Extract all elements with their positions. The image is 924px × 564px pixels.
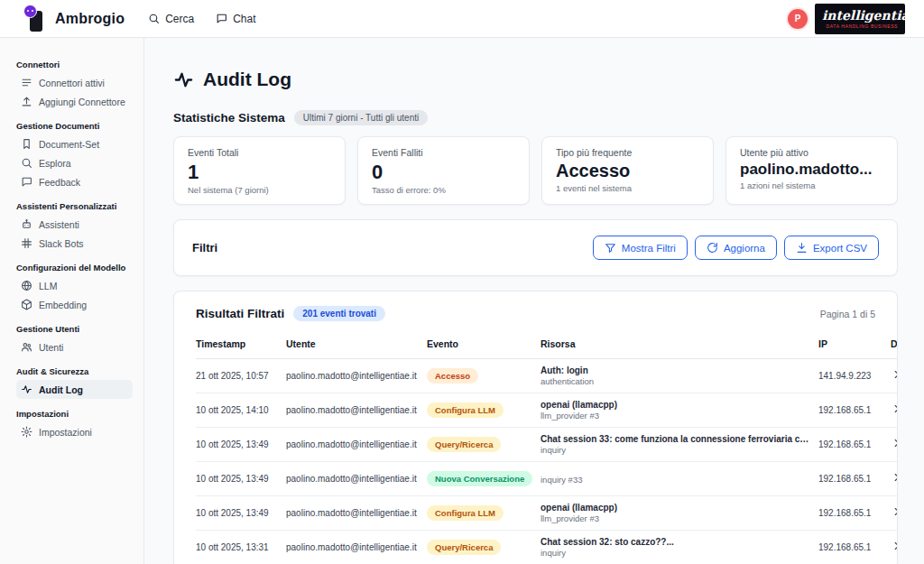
table-row: 10 ott 2025, 13:49 paolino.madotto@intel… [196, 496, 897, 531]
audit-table: Timestamp Utente Evento Risorsa IP Detta… [174, 333, 897, 564]
cell-utente: paolino.madotto@intelligentiae.it [286, 393, 427, 428]
sidebar-item-label: Audit Log [39, 384, 83, 395]
cell-dettagli [891, 531, 897, 564]
sidebar-item-connettori-attivi[interactable]: Connettori attivi [16, 73, 133, 92]
nav-chat[interactable]: Chat [216, 13, 255, 25]
sidebar-item-label: Embedding [39, 300, 87, 310]
stat-card-eventi-falliti: Eventi Falliti 0 Tasso di errore: 0% [357, 136, 530, 205]
cell-timestamp: 10 ott 2025, 13:49 [196, 462, 286, 496]
cell-ip: 192.168.65.1 [818, 393, 891, 428]
export-csv-button[interactable]: Export CSV [784, 236, 879, 260]
col-utente: Utente [286, 333, 427, 359]
cell-ip: 192.168.65.1 [818, 428, 891, 462]
stat-label: Tipo più frequente [556, 147, 699, 158]
sidebar-item-feedback[interactable]: Feedback [16, 172, 133, 191]
top-nav: Cerca Chat [148, 13, 255, 25]
expand-row-button[interactable] [891, 437, 897, 452]
event-badge: Query/Ricerca [427, 540, 501, 555]
cell-dettagli [891, 359, 897, 393]
chat-icon [216, 13, 227, 24]
stat-label: Eventi Falliti [372, 147, 515, 158]
results-heading: Risultati Filtrati [196, 307, 284, 320]
refresh-icon [707, 242, 718, 254]
button-label: Mostra Filtri [622, 243, 676, 254]
activity-icon [173, 69, 194, 90]
users-icon [21, 341, 32, 353]
results-count-badge: 201 eventi trovati [293, 306, 385, 321]
resource-subtitle: llm_provider #3 [541, 513, 811, 523]
show-filters-button[interactable]: Mostra Filtri [593, 236, 688, 260]
search-icon [148, 13, 160, 24]
cell-utente: paolino.madotto@intelligentiae.it [286, 428, 427, 462]
cell-risorsa: openai (llamacpp) llm_provider #3 [541, 393, 818, 428]
robot-icon [21, 218, 32, 230]
sidebar-section-impostazioni: Impostazioni [16, 409, 133, 419]
chevron-right-icon [891, 437, 897, 449]
chevron-right-icon [891, 471, 897, 484]
sidebar-section-gestione-documenti: Gestione Documenti [16, 121, 133, 131]
resource-subtitle: inquiry [541, 445, 811, 455]
cell-risorsa: Auth: login authentication [541, 359, 818, 393]
stat-label: Utente più attivo [740, 147, 883, 158]
refresh-button[interactable]: Aggiorna [695, 236, 777, 260]
stat-value: paolino.madotto... [740, 161, 883, 179]
sidebar-item-label: Feedback [39, 177, 80, 188]
button-label: Aggiorna [724, 243, 765, 254]
sidebar-item-impostazioni[interactable]: Impostazioni [16, 422, 133, 441]
expand-row-button[interactable] [891, 402, 897, 418]
sidebar-item-embedding[interactable]: Embedding [16, 295, 133, 314]
expand-row-button[interactable] [891, 471, 897, 486]
nav-chat-label: Chat [233, 13, 255, 25]
cell-evento: Query/Ricerca [427, 531, 541, 564]
activity-icon [21, 384, 32, 395]
table-row: 10 ott 2025, 13:31 paolino.madotto@intel… [196, 531, 897, 564]
slack-icon [21, 237, 32, 249]
stat-sub: 1 azioni nel sistema [740, 180, 883, 190]
sidebar-item-label: Assistenti [39, 219, 79, 230]
cell-utente: paolino.madotto@intelligentiae.it [286, 496, 427, 531]
cell-timestamp: 10 ott 2025, 13:49 [196, 496, 286, 531]
cell-evento: Configura LLM [427, 496, 541, 531]
event-badge: Nuova Conversazione [427, 471, 532, 486]
expand-row-button[interactable] [891, 505, 897, 521]
stat-sub: 1 eventi nel sistema [556, 183, 699, 193]
cell-evento: Nuova Conversazione [427, 462, 541, 496]
cell-utente: paolino.madotto@intelligentiae.it [286, 359, 427, 393]
resource-title: Auth: login [541, 365, 811, 375]
sidebar-item-audit-log[interactable]: Audit Log [16, 380, 133, 399]
sidebar-item-utenti[interactable]: Utenti [16, 337, 133, 356]
event-badge: Accesso [427, 368, 478, 384]
resource-title: openai (llamacpp) [541, 400, 811, 410]
expand-row-button[interactable] [891, 540, 897, 555]
cell-utente: paolino.madotto@intelligentiae.it [286, 462, 427, 496]
gear-icon [21, 426, 32, 438]
intelligentiae-logo: intelligentiae data handling business [815, 4, 905, 34]
chevron-right-icon [891, 505, 897, 518]
nav-search[interactable]: Cerca [148, 13, 194, 25]
sidebar-item-document-set[interactable]: Document-Set [16, 134, 133, 153]
sidebar: Connettori Connettori attivi Aggiungi Co… [0, 38, 144, 564]
button-label: Export CSV [813, 243, 867, 254]
list-icon [21, 77, 32, 88]
sidebar-item-slack-bots[interactable]: Slack Bots [16, 234, 133, 253]
cell-ip: 192.168.65.1 [818, 496, 891, 531]
user-avatar[interactable]: P [788, 9, 808, 29]
nav-search-label: Cerca [165, 13, 194, 25]
resource-title: openai (llamacpp) [541, 503, 811, 513]
sidebar-item-aggiungi-connettore[interactable]: Aggiungi Connettore [16, 92, 133, 111]
download-icon [796, 242, 808, 254]
stat-sub: Nel sistema (7 giorni) [188, 185, 331, 195]
search-icon [21, 157, 32, 169]
sidebar-item-llm[interactable]: LLM [16, 276, 133, 295]
ambrogio-logo[interactable] [23, 6, 47, 32]
stat-value: 1 [188, 161, 331, 183]
cell-dettagli [891, 393, 897, 428]
resource-subtitle: authentication [541, 376, 811, 386]
sidebar-item-esplora[interactable]: Esplora [16, 153, 133, 172]
cell-timestamp: 21 ott 2025, 10:57 [196, 359, 286, 393]
sidebar-item-assistenti[interactable]: Assistenti [16, 215, 133, 234]
expand-row-button[interactable] [891, 368, 897, 384]
filters-card: Filtri Mostra Filtri Aggiorna Export CSV [173, 219, 898, 276]
stat-label: Eventi Totali [188, 147, 331, 158]
col-ip: IP [818, 333, 891, 359]
